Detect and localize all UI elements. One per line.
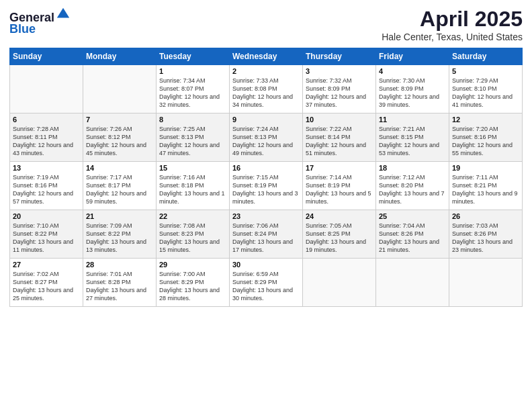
day-number: 11 (379, 116, 446, 124)
day-info: Sunrise: 7:17 AM Sunset: 8:17 PM Dayligh… (86, 173, 153, 206)
day-info: Sunrise: 7:08 AM Sunset: 8:23 PM Dayligh… (159, 222, 226, 255)
day-info: Sunrise: 7:01 AM Sunset: 8:28 PM Dayligh… (86, 270, 153, 303)
day-info: Sunrise: 7:15 AM Sunset: 8:19 PM Dayligh… (232, 173, 300, 206)
day-info: Sunrise: 7:21 AM Sunset: 8:15 PM Dayligh… (379, 125, 446, 158)
calendar-day-cell: 20Sunrise: 7:10 AM Sunset: 8:22 PM Dayli… (10, 210, 83, 259)
day-number: 8 (159, 116, 226, 124)
calendar-day-cell: 24Sunrise: 7:05 AM Sunset: 8:25 PM Dayli… (303, 210, 376, 259)
day-of-week-header: Sunday (10, 48, 83, 65)
day-info: Sunrise: 7:33 AM Sunset: 8:08 PM Dayligh… (232, 77, 300, 109)
title-block: April 2025 Hale Center, Texas, United St… (382, 7, 523, 42)
day-number: 18 (379, 164, 446, 172)
day-number: 7 (86, 116, 153, 124)
day-number: 9 (232, 116, 300, 124)
day-info: Sunrise: 7:02 AM Sunset: 8:27 PM Dayligh… (13, 270, 80, 303)
logo: General Blue (9, 7, 71, 36)
calendar-day-cell: 2Sunrise: 7:33 AM Sunset: 8:08 PM Daylig… (230, 65, 303, 113)
day-number: 2 (232, 67, 300, 75)
svg-marker-0 (57, 8, 69, 18)
calendar-day-cell: 10Sunrise: 7:22 AM Sunset: 8:14 PM Dayli… (303, 113, 376, 162)
main-title: April 2025 (382, 7, 523, 32)
day-number: 13 (13, 164, 80, 172)
day-info: Sunrise: 6:59 AM Sunset: 8:29 PM Dayligh… (232, 270, 300, 303)
day-info: Sunrise: 7:04 AM Sunset: 8:26 PM Dayligh… (379, 222, 446, 255)
calendar-day-cell: 23Sunrise: 7:06 AM Sunset: 8:24 PM Dayli… (230, 210, 303, 259)
day-number: 27 (13, 261, 80, 269)
calendar-day-cell: 3Sunrise: 7:32 AM Sunset: 8:09 PM Daylig… (303, 65, 376, 113)
day-info: Sunrise: 7:24 AM Sunset: 8:13 PM Dayligh… (232, 125, 300, 158)
calendar-day-cell (376, 259, 449, 307)
day-number: 17 (306, 164, 373, 172)
calendar-week-row: 1Sunrise: 7:34 AM Sunset: 8:07 PM Daylig… (10, 65, 523, 113)
day-of-week-header: Saturday (449, 48, 523, 65)
day-info: Sunrise: 7:10 AM Sunset: 8:22 PM Dayligh… (13, 222, 80, 255)
day-info: Sunrise: 7:05 AM Sunset: 8:25 PM Dayligh… (306, 222, 373, 255)
calendar-day-cell: 12Sunrise: 7:20 AM Sunset: 8:16 PM Dayli… (449, 113, 523, 162)
day-info: Sunrise: 7:16 AM Sunset: 8:18 PM Dayligh… (159, 173, 226, 206)
subtitle: Hale Center, Texas, United States (382, 32, 523, 42)
day-info: Sunrise: 7:19 AM Sunset: 8:16 PM Dayligh… (13, 173, 80, 206)
calendar-day-cell: 22Sunrise: 7:08 AM Sunset: 8:23 PM Dayli… (157, 210, 230, 259)
calendar-day-cell: 11Sunrise: 7:21 AM Sunset: 8:15 PM Dayli… (376, 113, 449, 162)
calendar-week-row: 27Sunrise: 7:02 AM Sunset: 8:27 PM Dayli… (10, 259, 523, 307)
day-info: Sunrise: 7:26 AM Sunset: 8:12 PM Dayligh… (86, 125, 153, 158)
day-info: Sunrise: 7:30 AM Sunset: 8:09 PM Dayligh… (379, 77, 446, 109)
page-header: General Blue April 2025 Hale Center, Tex… (9, 7, 523, 42)
calendar-day-cell: 6Sunrise: 7:28 AM Sunset: 8:11 PM Daylig… (10, 113, 83, 162)
day-number: 6 (13, 116, 80, 124)
day-info: Sunrise: 7:03 AM Sunset: 8:26 PM Dayligh… (452, 222, 519, 255)
calendar-day-cell: 1Sunrise: 7:34 AM Sunset: 8:07 PM Daylig… (157, 65, 230, 113)
day-number: 20 (13, 212, 80, 220)
day-of-week-header: Friday (376, 48, 449, 65)
day-number: 24 (306, 212, 373, 220)
day-number: 5 (452, 67, 519, 75)
calendar-day-cell (83, 65, 157, 113)
day-number: 12 (452, 116, 519, 124)
day-number: 10 (306, 116, 373, 124)
calendar-day-cell: 13Sunrise: 7:19 AM Sunset: 8:16 PM Dayli… (10, 162, 83, 210)
day-info: Sunrise: 7:32 AM Sunset: 8:09 PM Dayligh… (306, 77, 373, 109)
calendar-day-cell: 9Sunrise: 7:24 AM Sunset: 8:13 PM Daylig… (230, 113, 303, 162)
day-number: 29 (159, 261, 226, 269)
day-info: Sunrise: 7:20 AM Sunset: 8:16 PM Dayligh… (452, 125, 519, 158)
day-of-week-header: Wednesday (230, 48, 303, 65)
calendar-table: SundayMondayTuesdayWednesdayThursdayFrid… (9, 48, 523, 307)
day-info: Sunrise: 7:22 AM Sunset: 8:14 PM Dayligh… (306, 125, 373, 158)
day-info: Sunrise: 7:25 AM Sunset: 8:13 PM Dayligh… (159, 125, 226, 158)
calendar-day-cell: 28Sunrise: 7:01 AM Sunset: 8:28 PM Dayli… (83, 259, 157, 307)
day-info: Sunrise: 7:11 AM Sunset: 8:21 PM Dayligh… (452, 173, 519, 206)
calendar-day-cell: 15Sunrise: 7:16 AM Sunset: 8:18 PM Dayli… (157, 162, 230, 210)
day-info: Sunrise: 7:28 AM Sunset: 8:11 PM Dayligh… (13, 125, 80, 158)
calendar-day-cell: 17Sunrise: 7:14 AM Sunset: 8:19 PM Dayli… (303, 162, 376, 210)
calendar-day-cell (449, 259, 523, 307)
calendar-day-cell: 16Sunrise: 7:15 AM Sunset: 8:19 PM Dayli… (230, 162, 303, 210)
calendar-header-row: SundayMondayTuesdayWednesdayThursdayFrid… (10, 48, 523, 65)
calendar-week-row: 13Sunrise: 7:19 AM Sunset: 8:16 PM Dayli… (10, 162, 523, 210)
day-info: Sunrise: 7:29 AM Sunset: 8:10 PM Dayligh… (452, 77, 519, 109)
day-of-week-header: Monday (83, 48, 157, 65)
calendar-day-cell: 29Sunrise: 7:00 AM Sunset: 8:29 PM Dayli… (157, 259, 230, 307)
day-of-week-header: Tuesday (157, 48, 230, 65)
calendar-day-cell: 25Sunrise: 7:04 AM Sunset: 8:26 PM Dayli… (376, 210, 449, 259)
calendar-day-cell: 30Sunrise: 6:59 AM Sunset: 8:29 PM Dayli… (230, 259, 303, 307)
day-number: 1 (159, 67, 226, 75)
calendar-day-cell: 26Sunrise: 7:03 AM Sunset: 8:26 PM Dayli… (449, 210, 523, 259)
calendar-day-cell: 27Sunrise: 7:02 AM Sunset: 8:27 PM Dayli… (10, 259, 83, 307)
calendar-day-cell: 4Sunrise: 7:30 AM Sunset: 8:09 PM Daylig… (376, 65, 449, 113)
day-number: 3 (306, 67, 373, 75)
day-info: Sunrise: 7:09 AM Sunset: 8:22 PM Dayligh… (86, 222, 153, 255)
day-info: Sunrise: 7:14 AM Sunset: 8:19 PM Dayligh… (306, 173, 373, 206)
day-number: 14 (86, 164, 153, 172)
logo-icon (56, 7, 71, 21)
calendar-day-cell: 14Sunrise: 7:17 AM Sunset: 8:17 PM Dayli… (83, 162, 157, 210)
day-number: 4 (379, 67, 446, 75)
day-number: 26 (452, 212, 519, 220)
day-number: 30 (232, 261, 300, 269)
day-info: Sunrise: 7:34 AM Sunset: 8:07 PM Dayligh… (159, 77, 226, 109)
day-info: Sunrise: 7:00 AM Sunset: 8:29 PM Dayligh… (159, 270, 226, 303)
calendar-day-cell: 5Sunrise: 7:29 AM Sunset: 8:10 PM Daylig… (449, 65, 523, 113)
calendar-day-cell: 21Sunrise: 7:09 AM Sunset: 8:22 PM Dayli… (83, 210, 157, 259)
day-number: 19 (452, 164, 519, 172)
day-number: 16 (232, 164, 300, 172)
calendar-day-cell: 8Sunrise: 7:25 AM Sunset: 8:13 PM Daylig… (157, 113, 230, 162)
